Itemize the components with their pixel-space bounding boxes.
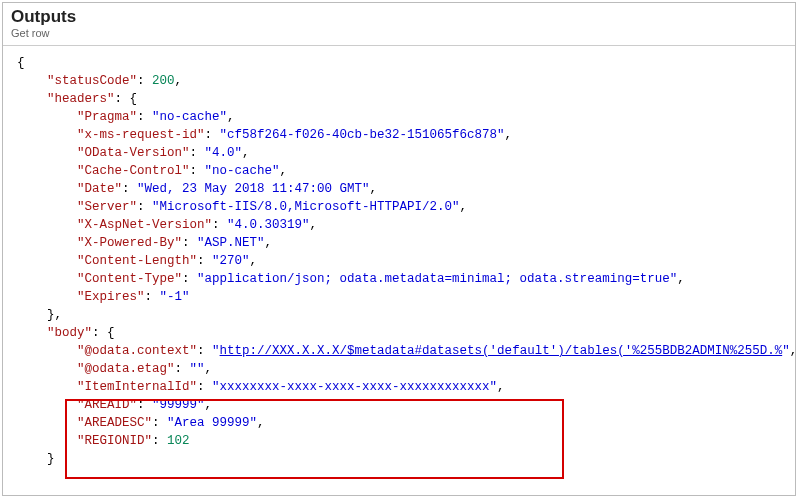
outputs-panel: Outputs Get row { "statusCode": 200, "he… <box>2 2 796 496</box>
panel-subtitle: Get row <box>11 27 787 39</box>
panel-title: Outputs <box>11 7 787 27</box>
panel-header: Outputs Get row <box>3 3 795 41</box>
json-output[interactable]: { "statusCode": 200, "headers": { "Pragm… <box>3 46 795 478</box>
